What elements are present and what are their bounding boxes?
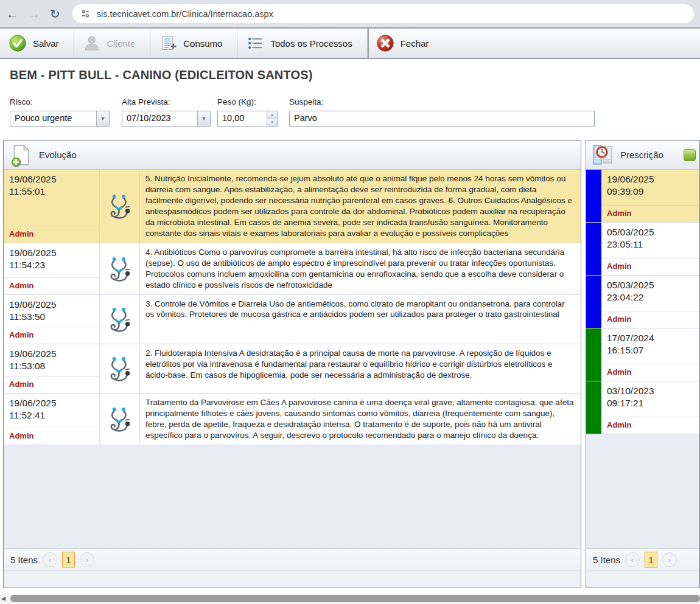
evolution-pager: 5 Itens ‹ 1 › [4, 548, 581, 571]
evolution-icon-cell [100, 394, 140, 445]
add-evolution-icon[interactable] [9, 144, 32, 167]
scrollbar-thumb[interactable] [10, 595, 700, 602]
url-text[interactable]: sis.tecnicavet.com.br/Clinica/Internacao… [97, 9, 273, 19]
consumption-button[interactable]: Consumo [150, 29, 237, 58]
prescription-author: Admin [601, 311, 699, 328]
prescription-status-bar [586, 381, 601, 434]
all-processes-button[interactable]: Todos os Processos [237, 29, 367, 58]
evolution-text: 4. Antibióticos Como o parvovírus compro… [140, 243, 581, 294]
evolution-text: 2. Fluidoterapia Intensiva A desidrataçã… [140, 344, 581, 393]
prescription-panel-header: Prescrição S [586, 141, 700, 170]
prescription-when-cell: 19/06/202509:39:09Admin [601, 170, 699, 222]
evolution-datetime: 19/06/202511:54:23 [4, 243, 99, 277]
prescription-datetime: 05/03/202523:05:11 [601, 223, 699, 258]
evolution-icon-cell [100, 295, 140, 344]
prescription-datetime: 05/03/202523:04:22 [601, 276, 699, 311]
discharge-date-dropdown-button[interactable]: ▼ [197, 111, 210, 126]
evolution-text: 5. Nutrição Inicialmente, recomenda-se j… [140, 170, 581, 243]
evolution-current-page[interactable]: 1 [62, 552, 75, 568]
prescription-current-page[interactable]: 1 [645, 552, 657, 568]
evolution-when-cell: 19/06/202511:53:50Admin [4, 295, 100, 344]
client-button-label: Cliente [107, 38, 136, 49]
suspicion-value: Parvo [290, 111, 594, 126]
prescription-row[interactable]: 05/03/202523:04:22Admin [586, 276, 699, 328]
browser-back-icon[interactable]: ← [6, 8, 18, 20]
stethoscope-icon [107, 255, 133, 283]
evolution-panel-footer [4, 571, 581, 588]
prescription-green-button-icon[interactable] [684, 149, 696, 161]
prescription-rows: 19/06/202509:39:09Admin05/03/202523:05:1… [586, 170, 699, 548]
discharge-date-picker[interactable]: 07/10/2023 ▼ [122, 111, 211, 127]
prescription-row[interactable]: 05/03/202523:05:11Admin [586, 223, 699, 276]
internacao-page: ← → ↻ sis.tecnicavet.com.br/Clinica/Inte… [0, 0, 700, 604]
page-title: BEM - PITT BULL - CANINO (EDICLEITON SAN… [10, 68, 313, 82]
save-button[interactable]: Salvar [0, 29, 74, 58]
prescription-panel-footer [586, 571, 699, 588]
site-settings-icon[interactable] [80, 9, 91, 19]
evolution-when-cell: 19/06/202511:55:01Admin [4, 170, 100, 243]
close-button[interactable]: Fechar [369, 29, 444, 58]
prescription-panel-title: Prescrição [620, 150, 663, 160]
evolution-author: Admin [4, 428, 99, 445]
weight-spin-buttons: ▲ ▼ [267, 111, 277, 126]
weight-value: 10,00 [218, 111, 267, 126]
evolution-row[interactable]: 19/06/202511:54:23Admin 4. Antibióticos … [4, 243, 581, 295]
evolution-prev-page-icon[interactable]: ‹ [43, 552, 57, 567]
evolution-when-cell: 19/06/202511:53:08Admin [4, 344, 100, 393]
prescription-items-count: 5 Itens [593, 555, 620, 565]
risk-value: Pouco urgente [10, 111, 96, 126]
evolution-icon-cell [100, 170, 140, 243]
address-bar[interactable]: sis.tecnicavet.com.br/Clinica/Internacao… [72, 4, 694, 23]
stethoscope-icon [107, 192, 133, 220]
weight-spin-up-icon[interactable]: ▲ [267, 111, 277, 119]
scroll-left-icon[interactable]: ◀ [1, 595, 5, 602]
weight-spin-down-icon[interactable]: ▼ [267, 119, 277, 127]
browser-toolbar: ← → ↻ sis.tecnicavet.com.br/Clinica/Inte… [0, 0, 700, 27]
risk-dropdown-button[interactable]: ▼ [96, 111, 109, 126]
discharge-date-value: 07/10/2023 [122, 111, 197, 126]
risk-label: Risco: [10, 97, 110, 106]
prescription-author: Admin [601, 258, 699, 275]
weight-spinner[interactable]: 10,00 ▲ ▼ [217, 111, 278, 127]
prescription-author: Admin [601, 364, 699, 381]
save-check-icon [9, 34, 27, 52]
prescription-prev-page-icon[interactable]: ‹ [625, 552, 640, 567]
prescription-status-bar [586, 328, 601, 381]
evolution-author: Admin [4, 277, 99, 294]
horizontal-scrollbar[interactable]: ◀ [0, 594, 700, 603]
prescription-next-page-icon[interactable]: › [662, 552, 677, 567]
all-processes-button-label: Todos os Processos [270, 38, 352, 49]
prescription-row[interactable]: 17/07/202416:15:07Admin [586, 328, 699, 381]
browser-reload-icon[interactable]: ↻ [50, 8, 60, 20]
evolution-row[interactable]: 19/06/202511:53:08Admin 2. Fluidoterapia… [4, 344, 581, 394]
evolution-row[interactable]: 19/06/202511:55:01Admin 5. Nutrição Inic… [4, 170, 581, 243]
prescription-row[interactable]: 03/10/202309:17:21Admin [586, 381, 699, 434]
save-button-label: Salvar [33, 38, 59, 49]
discharge-date-field: Alta Prevista: 07/10/2023 ▼ [122, 97, 211, 127]
prescription-schedule-icon[interactable] [592, 144, 614, 167]
evolution-author: Admin [4, 376, 99, 393]
evolution-icon-cell [100, 243, 140, 294]
weight-label: Peso (Kg): [217, 97, 278, 106]
evolution-text: 3. Controle de Vômitos e Diarreia Uso de… [140, 295, 581, 344]
prescription-datetime: 03/10/202309:17:21 [601, 381, 699, 417]
client-button[interactable]: Cliente [74, 29, 151, 58]
suspicion-field: Suspeita: Parvo [289, 97, 595, 127]
evolution-rows: 19/06/202511:55:01Admin 5. Nutrição Inic… [4, 170, 581, 548]
evolution-author: Admin [4, 327, 99, 344]
prescription-author: Admin [601, 417, 699, 434]
browser-forward-icon[interactable]: → [28, 8, 40, 20]
process-list-icon [246, 34, 264, 52]
app-toolbar: Salvar Cliente Consumo [0, 27, 700, 59]
risk-select[interactable]: Pouco urgente ▼ [10, 111, 110, 127]
evolution-row[interactable]: 19/06/202511:53:50Admin 3. Controle de V… [4, 295, 581, 344]
evolution-row[interactable]: 19/06/202511:52:41Admin Tratamento da Pa… [4, 394, 581, 445]
prescription-pager: 5 Itens ‹ 1 › [586, 548, 699, 571]
close-circle-icon [376, 34, 394, 52]
prescription-row[interactable]: 19/06/202509:39:09Admin [586, 170, 699, 223]
prescription-status-bar [586, 276, 601, 328]
prescription-panel: Prescrição S 19/06/202509:39:09Admin05/0… [586, 140, 700, 588]
evolution-datetime: 19/06/202511:53:50 [4, 295, 99, 327]
evolution-next-page-icon[interactable]: › [80, 552, 94, 567]
suspicion-input[interactable]: Parvo [289, 111, 595, 127]
